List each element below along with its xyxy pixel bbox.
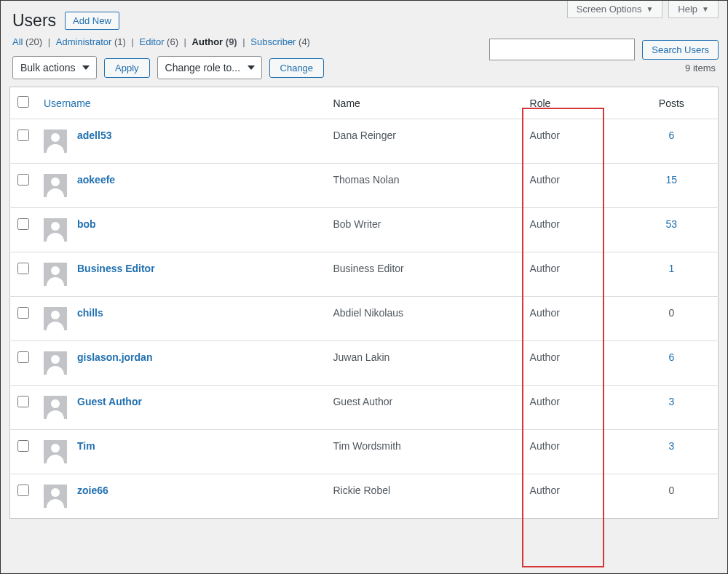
avatar [44, 218, 67, 242]
posts-link[interactable]: 1 [668, 263, 674, 274]
add-new-button[interactable]: Add New [65, 12, 119, 30]
filter-subscriber[interactable]: Subscriber (4) [250, 36, 310, 47]
name-cell: Business Editor [325, 252, 522, 297]
row-checkbox[interactable] [17, 129, 29, 141]
posts-link[interactable]: 6 [668, 129, 674, 141]
table-row: zoie66Rickie RobelAuthor0 [10, 474, 719, 519]
users-table: Username Name Role Posts adell53Dana Rei… [9, 87, 719, 519]
col-name: Name [325, 87, 522, 119]
table-row: adell53Dana ReingerAuthor6 [10, 119, 719, 164]
avatar [44, 485, 67, 508]
role-cell: Author [523, 474, 625, 519]
row-checkbox[interactable] [17, 307, 29, 319]
help-button[interactable]: Help▼ [668, 1, 719, 18]
posts-link[interactable]: 3 [668, 396, 674, 407]
username-link[interactable]: Guest Author [77, 396, 142, 407]
screen-options-button[interactable]: Screen Options▼ [567, 1, 663, 18]
row-checkbox[interactable] [17, 174, 29, 186]
name-cell: Rickie Robel [325, 474, 522, 519]
name-cell: Dana Reinger [325, 119, 522, 164]
role-cell: Author [523, 119, 625, 164]
name-cell: Abdiel Nikolaus [325, 297, 522, 341]
avatar [44, 174, 67, 197]
items-count: 9 items [685, 63, 716, 73]
chevron-down-icon: ▼ [646, 5, 653, 13]
name-cell: Bob Writer [325, 208, 522, 252]
table-row: Business EditorBusiness EditorAuthor1 [10, 252, 719, 297]
username-link[interactable]: Business Editor [77, 263, 155, 274]
username-link[interactable]: chills [77, 307, 103, 319]
table-row: bobBob WriterAuthor53 [10, 208, 719, 252]
name-cell: Thomas Nolan [325, 164, 522, 208]
avatar [44, 351, 67, 375]
posts-count: 0 [668, 307, 674, 319]
row-checkbox[interactable] [17, 218, 29, 230]
username-link[interactable]: Tim [77, 440, 95, 452]
col-posts: Posts [625, 87, 719, 119]
filter-editor[interactable]: Editor (6) [140, 36, 178, 47]
name-cell: Guest Author [325, 386, 522, 430]
role-cell: Author [523, 297, 625, 341]
posts-link[interactable]: 53 [666, 218, 678, 230]
role-cell: Author [523, 341, 625, 386]
page-title: Users [12, 11, 56, 31]
role-cell: Author [523, 208, 625, 252]
change-role-select[interactable]: Change role to... [157, 56, 262, 79]
search-users-button[interactable]: Search Users [642, 40, 719, 60]
username-link[interactable]: bob [77, 218, 96, 230]
row-checkbox[interactable] [17, 263, 29, 274]
row-checkbox[interactable] [17, 440, 29, 452]
username-link[interactable]: zoie66 [77, 485, 108, 496]
filter-all[interactable]: All (20) [12, 36, 42, 47]
role-cell: Author [523, 252, 625, 297]
table-row: TimTim WordsmithAuthor3 [10, 430, 719, 474]
avatar [44, 307, 67, 330]
row-checkbox[interactable] [17, 396, 29, 407]
avatar [44, 263, 67, 286]
search-input[interactable] [489, 39, 635, 60]
posts-link[interactable]: 3 [668, 440, 674, 452]
avatar [44, 396, 67, 419]
role-cell: Author [523, 430, 625, 474]
table-row: Guest AuthorGuest AuthorAuthor3 [10, 386, 719, 430]
username-link[interactable]: aokeefe [77, 174, 115, 186]
role-cell: Author [523, 164, 625, 208]
name-cell: Tim Wordsmith [325, 430, 522, 474]
posts-count: 0 [668, 485, 674, 496]
select-all-checkbox[interactable] [17, 96, 29, 108]
username-link[interactable]: gislason.jordan [77, 351, 152, 363]
apply-button[interactable]: Apply [104, 58, 150, 78]
row-checkbox[interactable] [17, 351, 29, 363]
filter-administrator[interactable]: Administrator (1) [56, 36, 126, 47]
name-cell: Juwan Lakin [325, 341, 522, 386]
table-row: chillsAbdiel NikolausAuthor0 [10, 297, 719, 341]
role-cell: Author [523, 386, 625, 430]
table-row: aokeefeThomas NolanAuthor15 [10, 164, 719, 208]
chevron-down-icon: ▼ [702, 5, 709, 13]
posts-link[interactable]: 6 [668, 351, 674, 363]
username-link[interactable]: adell53 [77, 129, 111, 141]
filter-author: Author (9) [192, 36, 237, 47]
change-button[interactable]: Change [269, 58, 325, 78]
avatar [44, 440, 67, 463]
table-row: gislason.jordanJuwan LakinAuthor6 [10, 341, 719, 386]
col-username[interactable]: Username [44, 97, 91, 109]
posts-link[interactable]: 15 [666, 174, 678, 186]
avatar [44, 129, 67, 153]
col-role: Role [523, 87, 625, 119]
row-checkbox[interactable] [17, 485, 29, 496]
bulk-actions-select[interactable]: Bulk actions [12, 56, 97, 79]
